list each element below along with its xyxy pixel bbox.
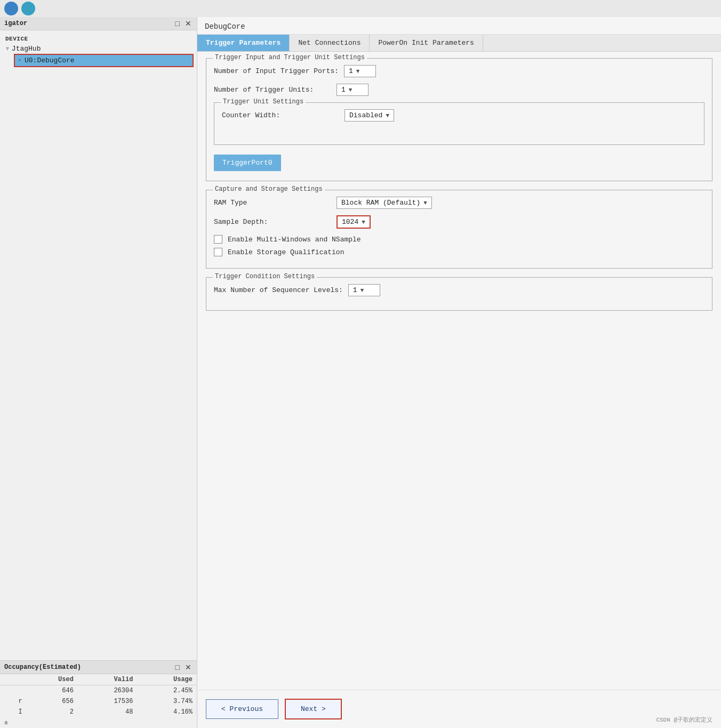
content-area: Trigger Input and Trigger Unit Settings … (197, 52, 721, 690)
sequencer-label: Max Number of Sequencer Levels: (214, 286, 343, 294)
trigger-input-section: Trigger Input and Trigger Unit Settings … (206, 58, 712, 181)
input-ports-row: Number of Input Trigger Ports: 1 ▼ (214, 65, 704, 77)
row-used-3: 2 (27, 707, 78, 717)
tree-child-bullet-icon: • (18, 58, 21, 63)
trigger-units-row: Number of Trigger Units: 1 ▼ (214, 84, 704, 96)
counter-width-label: Counter Width: (222, 111, 339, 119)
navigator-tree: DEVICE ▿ JtagHub • U0:DebugCore (0, 30, 197, 660)
sample-depth-arrow-icon: ▼ (362, 219, 365, 225)
tree-root-label: JtagHub (12, 45, 41, 53)
counter-width-value: Disabled (349, 111, 382, 119)
ram-type-value: Block RAM (Default) (341, 199, 420, 207)
col-empty (0, 674, 27, 685)
capture-storage-section: Capture and Storage Settings RAM Type Bl… (206, 190, 712, 269)
restore-icon[interactable]: □ (174, 19, 181, 28)
row-valid-3: 48 (78, 707, 138, 717)
sample-depth-row: Sample Depth: 1024 ▼ (214, 215, 704, 229)
input-ports-value: 1 (349, 67, 353, 75)
tree-child-label: U0:DebugCore (25, 56, 75, 64)
tree-root-item[interactable]: ▿ JtagHub (3, 43, 194, 54)
sequencer-value: 1 (353, 286, 357, 294)
trigger-units-dropdown[interactable]: 1 ▼ (337, 84, 368, 96)
row-usage-3: 4.16% (137, 707, 197, 717)
top-bar (0, 0, 721, 17)
trigger-condition-legend: Trigger Condition Settings (213, 273, 317, 280)
sample-depth-value: 1024 (342, 218, 358, 226)
circle-teal-icon (21, 2, 35, 15)
trigger-input-legend: Trigger Input and Trigger Unit Settings (213, 54, 367, 61)
occupancy-title: Occupancy(Estimated) (4, 664, 81, 671)
trigger-condition-section: Trigger Condition Settings Max Number of… (206, 277, 712, 311)
row-used-1: 646 (27, 685, 78, 697)
row-label-3: I (0, 707, 27, 717)
input-ports-dropdown[interactable]: 1 ▼ (344, 65, 376, 77)
left-panel: igator □ ✕ DEVICE ▿ JtagHub • U0:DebugCo… (0, 17, 197, 728)
ram-type-arrow-icon: ▼ (423, 200, 427, 206)
occupancy-titlebar: Occupancy(Estimated) □ ✕ (0, 661, 197, 674)
col-valid: Valid (78, 674, 138, 685)
bottom-nav: < Previous Next > (197, 690, 721, 728)
row-valid-1: 26304 (78, 685, 138, 697)
sequencer-dropdown[interactable]: 1 ▼ (348, 284, 380, 296)
col-usage: Usage (137, 674, 197, 685)
table-row: 646 26304 2.45% (0, 685, 197, 697)
ram-type-dropdown[interactable]: Block RAM (Default) ▼ (337, 197, 432, 209)
right-panel: DebugCore Trigger Parameters Net Connect… (197, 17, 721, 728)
navigator-title: igator (4, 20, 27, 27)
row-valid-2: 17536 (78, 696, 138, 707)
sequencer-arrow-icon: ▼ (360, 287, 364, 294)
input-ports-arrow-icon: ▼ (356, 68, 360, 75)
multi-windows-checkbox[interactable] (214, 235, 222, 244)
titlebar-icons: □ ✕ (174, 19, 193, 28)
trigger-units-value: 1 (341, 86, 346, 94)
tab-poweron-init[interactable]: PowerOn Init Parameters (370, 35, 483, 51)
tree-child-debug-core[interactable]: • U0:DebugCore (14, 54, 194, 67)
occupancy-table: Used Valid Usage 646 26304 2.45% r 656 (0, 674, 197, 717)
sequencer-levels-row: Max Number of Sequencer Levels: 1 ▼ (214, 284, 704, 296)
storage-qualification-checkbox[interactable] (214, 248, 222, 256)
tab-net-connections[interactable]: Net Connections (290, 35, 370, 51)
counter-width-dropdown[interactable]: Disabled ▼ (345, 109, 394, 122)
row-used-2: 656 (27, 696, 78, 707)
sample-depth-label: Sample Depth: (214, 218, 331, 226)
tree-children: • U0:DebugCore (14, 54, 194, 67)
storage-qualification-row: Enable Storage Qualification (214, 248, 704, 256)
tabs-bar: Trigger Parameters Net Connections Power… (197, 35, 721, 52)
close-icon[interactable]: ✕ (184, 19, 193, 28)
multi-windows-row: Enable Multi-Windows and NSample (214, 235, 704, 244)
occupancy-icons: □ ✕ (174, 663, 193, 672)
occupancy-close-icon[interactable]: ✕ (184, 663, 193, 672)
trigger-unit-settings-legend: Trigger Unit Settings (221, 98, 306, 106)
sample-depth-dropdown[interactable]: 1024 ▼ (337, 215, 371, 229)
tree-arrow-icon: ▿ (5, 44, 10, 53)
table-row: r 656 17536 3.74% (0, 696, 197, 707)
capture-storage-legend: Capture and Storage Settings (213, 185, 325, 193)
occupancy-panel: Occupancy(Estimated) □ ✕ Used Valid Usag… (0, 660, 197, 728)
row-label-2: r (0, 696, 27, 707)
circle-blue-icon (4, 2, 18, 15)
next-button[interactable]: Next > (285, 699, 342, 719)
occupancy-bottom-label: a (0, 717, 197, 728)
trigger-unit-settings-box: Trigger Unit Settings Counter Width: Dis… (214, 102, 704, 145)
row-label-1 (0, 685, 27, 697)
device-label: DEVICE (3, 35, 194, 43)
tab-trigger-parameters[interactable]: Trigger Parameters (197, 35, 290, 51)
navigator-titlebar: igator □ ✕ (0, 17, 197, 30)
row-usage-2: 3.74% (137, 696, 197, 707)
input-ports-label: Number of Input Trigger Ports: (214, 67, 339, 75)
previous-button[interactable]: < Previous (206, 699, 278, 719)
occupancy-restore-icon[interactable]: □ (174, 663, 181, 672)
counter-width-arrow-icon: ▼ (386, 112, 389, 119)
storage-qualification-label: Enable Storage Qualification (228, 248, 344, 256)
trigger-port-button[interactable]: TriggerPort0 (214, 155, 281, 171)
trigger-units-label: Number of Trigger Units: (214, 86, 331, 94)
main-layout: igator □ ✕ DEVICE ▿ JtagHub • U0:DebugCo… (0, 17, 721, 728)
page-title: DebugCore (197, 17, 721, 35)
ram-type-row: RAM Type Block RAM (Default) ▼ (214, 197, 704, 209)
trigger-units-arrow-icon: ▼ (349, 87, 353, 93)
table-row: I 2 48 4.16% (0, 707, 197, 717)
row-usage-1: 2.45% (137, 685, 197, 697)
ram-type-label: RAM Type (214, 199, 331, 207)
watermark: CSDN @子歌的宏定义 (656, 716, 712, 724)
multi-windows-label: Enable Multi-Windows and NSample (228, 236, 361, 244)
